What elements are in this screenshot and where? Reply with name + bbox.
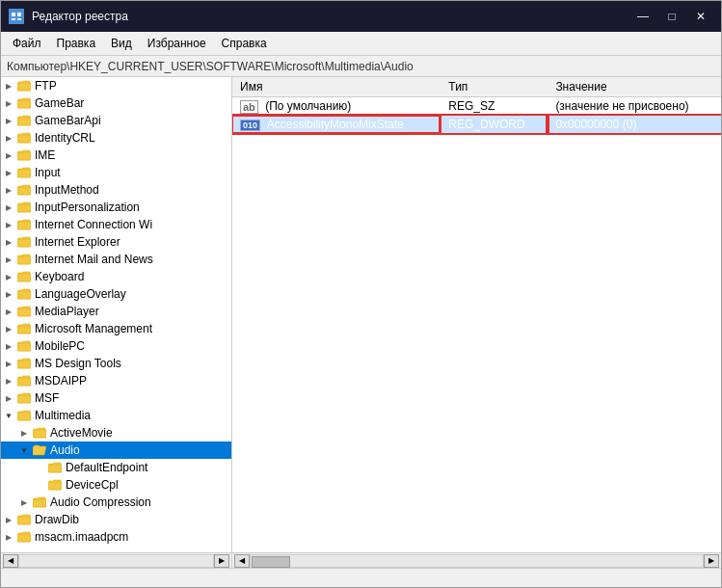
expander-icon: ▶ (16, 494, 32, 511)
folder-icon (16, 234, 32, 250)
folder-icon (16, 147, 32, 163)
scroll-left-button[interactable]: ◀ (3, 554, 18, 568)
expander-icon: ▶ (1, 181, 16, 199)
address-bar: Компьютер\HKEY_CURRENT_USER\SOFTWARE\Mic… (1, 56, 721, 77)
minimize-button[interactable]: — (630, 7, 655, 26)
tree-item-label: DeviceCpl (66, 478, 231, 492)
list-item[interactable]: DefaultEndpoint (1, 459, 231, 476)
list-item[interactable]: ▶ MSDAIPP (1, 372, 231, 389)
list-item[interactable]: ▶ InputPersonalization (1, 199, 231, 216)
list-item[interactable]: ▶ ActiveMovie (1, 424, 231, 441)
folder-icon (32, 425, 47, 441)
folder-icon (32, 494, 47, 510)
menu-help[interactable]: Справка (214, 34, 275, 53)
list-item[interactable]: ▶ MediaPlayer (1, 303, 231, 320)
list-item[interactable]: ▶ MobilePC (1, 337, 231, 355)
tree-item-label: Keyboard (35, 270, 231, 283)
list-item[interactable]: ▶ Input (1, 164, 231, 181)
expander-icon: ▶ (1, 355, 16, 372)
folder-icon (47, 460, 63, 475)
menu-favorites[interactable]: Избранное (140, 34, 214, 53)
folder-icon-open (32, 442, 47, 458)
tree-item-label: ActiveMovie (50, 426, 231, 440)
expander-icon: ▶ (1, 372, 16, 389)
list-item[interactable]: ▶ FTP (1, 77, 231, 94)
expander-icon: ▶ (1, 285, 16, 303)
value-data-cell: 0x00000000 (0) (548, 116, 721, 133)
list-item[interactable]: ▼ Multimedia (1, 407, 231, 424)
folder-icon (16, 356, 32, 371)
folder-icon (16, 217, 32, 232)
value-type-cell: REG_SZ (441, 97, 548, 116)
list-item[interactable]: ▶ IdentityCRL (1, 129, 231, 147)
list-item[interactable]: ▶ Keyboard (1, 268, 231, 285)
list-item[interactable]: ▶ MS Design Tools (1, 355, 231, 372)
expander-icon: ▶ (1, 528, 16, 546)
column-header-name: Имя (232, 77, 441, 97)
tree-panel[interactable]: ▶ FTP ▶ GameBar ▶ GameBarApi (1, 77, 232, 552)
ab-icon: ab (240, 100, 258, 114)
tree-item-label: MS Design Tools (35, 357, 231, 370)
expander-icon: ▶ (1, 337, 16, 355)
folder-icon (16, 338, 32, 354)
list-item[interactable]: ▶ Internet Connection Wi (1, 216, 231, 233)
title-bar: Редактор реестра — □ ✕ (1, 1, 721, 32)
list-item[interactable]: ▶ Internet Mail and News (1, 251, 231, 268)
expander-icon: ▶ (1, 268, 16, 285)
svg-rect-0 (10, 10, 23, 23)
list-item[interactable]: ▶ Microsoft Management (1, 320, 231, 337)
close-button[interactable]: ✕ (688, 7, 713, 26)
tree-item-label: IdentityCRL (35, 131, 231, 145)
menu-file[interactable]: Файл (5, 34, 49, 53)
maximize-button[interactable]: □ (659, 7, 684, 26)
folder-icon (16, 269, 32, 284)
tree-selected-item[interactable]: ▼ Audio (1, 441, 231, 459)
list-item[interactable]: ▶ LanguageOverlay (1, 285, 231, 303)
list-item[interactable]: ▶ msacm.imaadpcm (1, 528, 231, 546)
list-item[interactable]: ▶ DrawDib (1, 511, 231, 528)
tree-item-label: Audio (50, 443, 231, 457)
svg-rect-1 (12, 13, 15, 16)
table-row[interactable]: 010 AccessibilityMonoMixState REG_DWORD … (232, 116, 721, 133)
expander-icon: ▶ (1, 303, 16, 320)
list-item[interactable]: ▶ Audio Compression (1, 494, 231, 511)
list-item[interactable]: ▶ GameBar (1, 94, 231, 112)
expander-icon: ▶ (16, 424, 32, 441)
table-row[interactable]: ab (По умолчанию) REG_SZ (значение не пр… (232, 97, 721, 116)
folder-icon (16, 373, 32, 388)
tree-item-label: MobilePC (35, 339, 231, 353)
folder-icon (16, 321, 32, 336)
list-item[interactable]: ▶ Internet Explorer (1, 233, 231, 251)
list-item[interactable]: ▶ MSF (1, 389, 231, 407)
scroll-left-values-button[interactable]: ◀ (234, 554, 250, 568)
tree-item-label: LanguageOverlay (35, 287, 231, 301)
list-item[interactable]: ▶ GameBarApi (1, 112, 231, 129)
folder-icon (16, 95, 32, 111)
expander-icon: ▼ (16, 441, 32, 459)
expander-icon: ▶ (1, 511, 16, 528)
list-item[interactable]: ▶ IME (1, 147, 231, 164)
tree-item-label: Input (35, 166, 231, 179)
value-data-cell: (значение не присвоено) (548, 97, 721, 116)
folder-icon (16, 113, 32, 128)
folder-icon (16, 200, 32, 215)
scroll-right-values-button[interactable]: ▶ (704, 554, 719, 568)
scroll-right-button[interactable]: ▶ (214, 554, 229, 568)
values-panel: Имя Тип Значение ab (По умолчанию) REG_S… (232, 77, 721, 552)
folder-icon (16, 182, 32, 198)
list-item[interactable]: DeviceCpl (1, 476, 231, 494)
expander-icon: ▶ (1, 94, 16, 112)
value-name: AccessibilityMonoMixState (267, 118, 404, 131)
menu-view[interactable]: Вид (103, 34, 140, 53)
list-item[interactable]: ▶ InputMethod (1, 181, 231, 199)
value-type-cell: REG_DWORD (441, 116, 548, 133)
svg-rect-3 (12, 18, 15, 20)
tree-item-label: msacm.imaadpcm (35, 530, 231, 544)
tree-item-label: Internet Explorer (35, 235, 231, 249)
svg-rect-2 (17, 13, 21, 16)
status-bar (1, 568, 721, 587)
menu-edit[interactable]: Правка (49, 34, 104, 53)
tree-item-label: Multimedia (35, 409, 231, 422)
values-table: Имя Тип Значение ab (По умолчанию) REG_S… (232, 77, 721, 133)
app-icon (9, 9, 24, 24)
